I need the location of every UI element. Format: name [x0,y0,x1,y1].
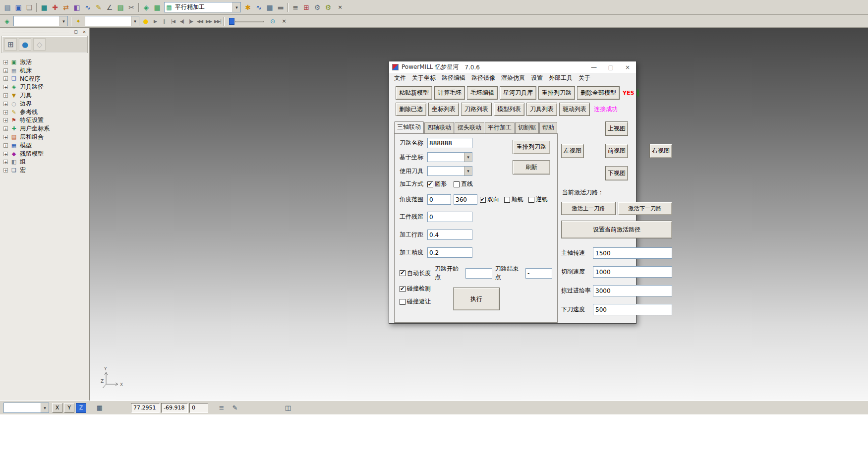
expand-icon[interactable] [3,160,8,164]
bulb-icon[interactable]: ● [141,16,151,26]
angle-from-input[interactable] [427,194,451,205]
expand-icon[interactable] [3,126,8,131]
view-right-button[interactable]: 右视图 [649,144,672,158]
spindle-speed-input[interactable] [593,247,672,259]
cutting-speed-input[interactable] [593,266,672,278]
delete-selected-button[interactable]: 删除已选 [396,103,426,116]
tree-item-machine-tools[interactable]: ▦ 机床 [3,66,89,75]
expand-icon[interactable] [3,93,8,98]
tree-item-feature-sets[interactable]: ⚑ 特征设置 [3,116,89,125]
rewind-button[interactable]: ◀◀ [195,17,204,26]
pattern-icon[interactable]: ✎ [93,2,104,13]
ruler-icon[interactable]: ▬ [275,2,286,13]
line-checkbox[interactable]: 直线 [454,180,473,188]
checkbox-icon[interactable] [400,270,405,276]
expand-icon[interactable] [3,85,8,89]
based-coord-select[interactable] [427,152,472,162]
tab-help[interactable]: 帮助 [539,122,557,134]
toolpath-list-button[interactable]: 刀路列表 [461,103,492,116]
activate-prev-toolpath-button[interactable]: 激活上一刀路 [561,202,616,215]
slider-handle[interactable] [229,18,234,25]
save-icon[interactable]: ▣ [13,2,24,13]
checkbox-icon[interactable] [400,286,405,292]
maximize-button[interactable]: ▢ [602,61,619,73]
calculator-icon[interactable]: ▦ [264,2,275,13]
tree-item-patterns[interactable]: ✎ 参考线 [3,108,89,116]
view-left-button[interactable]: 左视图 [561,144,584,158]
close-button[interactable]: × [619,61,636,73]
tree-item-toolpaths[interactable]: ◈ 刀具路径 [3,83,89,91]
tab-saw[interactable]: 切割锯 [515,122,539,134]
float-window-button[interactable]: ◻ [72,29,79,35]
expand-icon[interactable] [3,152,8,156]
tree-item-groups[interactable]: ◧ 组 [3,158,89,167]
clock-icon[interactable]: ⊙ [268,16,278,26]
strategy-select[interactable]: ▦ 平行精加工 [164,2,241,12]
checkbox-icon[interactable] [427,181,433,187]
menu-about-coords[interactable]: 关于坐标 [409,74,439,82]
menu-settings[interactable]: 设置 [528,74,546,82]
stepover-input[interactable] [427,230,472,240]
step-forward-button[interactable]: |▶ [186,17,195,26]
view-bottom-button[interactable]: 下视图 [605,166,628,180]
chevron-down-icon[interactable] [41,403,49,412]
stock-remain-input[interactable] [427,212,472,222]
coordinate-y-field[interactable]: -69.918 [161,403,188,413]
panel-close-button[interactable]: × [81,29,88,35]
view-preset-select[interactable] [3,403,49,413]
expand-icon[interactable] [3,76,8,81]
graph-icon[interactable]: ∿ [253,2,264,13]
axis-y-button[interactable]: Y [64,403,74,413]
collision-avoid-checkbox[interactable]: 碰撞避让 [400,297,431,306]
clipboard-icon[interactable]: ❏ [24,2,35,13]
model-list-button[interactable]: 模型列表 [494,103,524,116]
auto-length-checkbox[interactable]: 自动长度 [400,269,431,278]
measure-icon[interactable]: ∠ [104,2,115,13]
end-point-input[interactable] [525,268,552,279]
menu-file[interactable]: 文件 [391,74,409,82]
stats-icon[interactable]: ≡ [290,2,301,13]
chevron-down-icon[interactable] [464,167,472,175]
strategy-icon[interactable]: ▦ [152,2,163,13]
delete-all-models-button[interactable]: 删除全部模型 [577,86,620,100]
expand-icon[interactable] [3,118,8,122]
menu-path-edit[interactable]: 路径编辑 [439,74,468,82]
machine-icon[interactable]: ⚙ [312,2,323,13]
minimize-button[interactable]: — [585,61,602,73]
collision-detect-checkbox[interactable]: 碰撞检测 [400,285,431,293]
tree-item-stock-models[interactable]: ◆ 残留模型 [3,150,89,158]
draw-icon[interactable]: ✎ [229,403,241,413]
gears-icon[interactable]: ⚙ [323,2,334,13]
toolbar-close-button[interactable]: × [336,3,344,11]
bidirectional-checkbox[interactable]: 双向 [480,195,499,204]
clip-icon[interactable]: ✂ [126,2,137,13]
globe-icon[interactable]: ● [19,38,31,51]
climb-checkbox[interactable]: 顺铣 [504,195,523,204]
axis-x-button[interactable]: X [52,403,62,413]
hierarchy-icon[interactable]: ⊞ [4,38,17,51]
expand-icon[interactable] [3,110,8,115]
levels-icon[interactable]: ▤ [115,2,126,13]
tree-item-levels-sets[interactable]: ▤ 层和组合 [3,133,89,141]
skim-feed-input[interactable] [593,285,672,296]
grid-icon[interactable]: ▦ [94,403,106,413]
tab-swivel-head[interactable]: 摆头联动 [455,122,484,134]
expand-icon[interactable] [3,68,8,73]
collision-icon[interactable]: ⊞ [301,2,312,13]
panel-grip-handle[interactable] [2,31,68,33]
circle-checkbox[interactable]: 圆形 [427,180,447,188]
tree-item-boundaries[interactable]: ○ 边界 [3,100,89,108]
chevron-down-icon[interactable] [131,16,139,26]
fast-forward-button[interactable]: ▶▶ [204,17,213,26]
go-start-button[interactable]: |◀ [169,17,177,26]
tree-item-tools[interactable]: ▼ 刀具 [3,91,89,100]
checkbox-icon[interactable] [454,181,460,187]
chevron-down-icon[interactable] [464,153,472,162]
tab-4axis[interactable]: 四轴联动 [424,122,454,134]
menu-external-tools[interactable]: 外部工具 [546,74,576,82]
coordinate-x-field[interactable]: 77.2951 [131,403,160,413]
stock-icon[interactable]: ◈ [141,2,152,13]
drive-list-button[interactable]: 驱动列表 [559,103,590,116]
expand-icon[interactable] [3,135,8,139]
checkbox-icon[interactable] [480,197,486,203]
